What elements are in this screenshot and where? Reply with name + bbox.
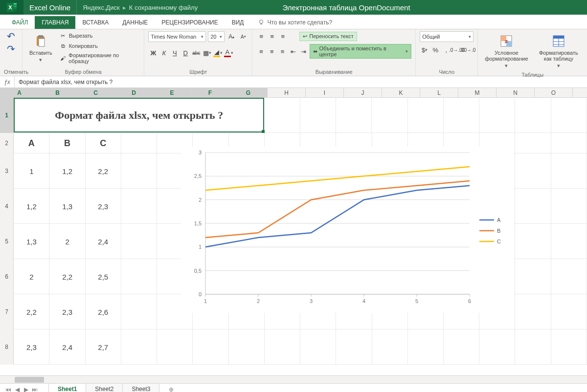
column-header-C[interactable]: C <box>77 88 115 97</box>
cell[interactable] <box>444 329 479 365</box>
column-header-H[interactable]: H <box>268 88 306 97</box>
column-header-D[interactable]: D <box>115 88 153 97</box>
cell[interactable] <box>265 329 300 365</box>
cell[interactable]: 2,2 <box>49 259 85 294</box>
cell[interactable] <box>193 329 228 365</box>
cell[interactable] <box>551 329 587 365</box>
cell[interactable]: 2 <box>14 259 49 294</box>
cell[interactable] <box>121 329 157 365</box>
cell[interactable]: 2,4 <box>49 329 85 365</box>
cell[interactable] <box>121 294 157 329</box>
conditional-formatting-button[interactable]: ≠ Условное форматирование▾ <box>482 31 531 71</box>
cell[interactable] <box>551 153 587 189</box>
cell[interactable] <box>479 98 515 133</box>
cell[interactable] <box>479 329 515 365</box>
cell[interactable] <box>336 329 372 365</box>
cell[interactable] <box>300 329 336 365</box>
cell[interactable]: 1,3 <box>14 224 49 259</box>
tab-insert[interactable]: ВСТАВКА <box>75 16 115 29</box>
double-underline-button[interactable]: D <box>181 48 190 58</box>
cell[interactable] <box>551 98 587 133</box>
column-header-J[interactable]: J <box>344 88 382 97</box>
fill-handle[interactable] <box>262 130 265 133</box>
row-header-2[interactable]: 2 <box>0 133 14 153</box>
column-header-F[interactable]: F <box>191 88 229 97</box>
row-header-8[interactable]: 8 <box>0 329 14 365</box>
cell[interactable]: 2,3 <box>14 329 49 365</box>
row-header-4[interactable]: 4 <box>0 189 14 224</box>
currency-button[interactable]: $▾ <box>420 45 429 55</box>
cell[interactable] <box>515 224 551 259</box>
align-top-button[interactable]: ≡ <box>256 31 266 41</box>
column-header-O[interactable]: O <box>535 88 573 97</box>
wrap-text-button[interactable]: ↩Переносить текст <box>299 32 357 41</box>
cell[interactable] <box>515 294 551 329</box>
format-as-table-button[interactable]: Форматировать как таблицу▾ <box>534 31 583 71</box>
merged-title-cell[interactable]: Формат файла xlsx, чем открыть ? <box>14 98 264 132</box>
sheet-nav-first[interactable]: ⏮ <box>4 386 13 392</box>
increase-indent-button[interactable]: ⇥ <box>299 46 309 56</box>
scroll-thumb[interactable] <box>15 377 44 383</box>
spreadsheet-grid[interactable]: ABCDEFGHIJKLMNOP 1Формат файла xlsx, чем… <box>0 88 587 375</box>
cell[interactable] <box>551 259 587 294</box>
align-left-button[interactable]: ≡ <box>256 46 266 56</box>
strikethrough-button[interactable]: abc <box>191 48 201 58</box>
cell[interactable] <box>121 153 157 189</box>
bold-button[interactable]: Ж <box>148 48 158 58</box>
cell[interactable]: B <box>49 133 85 153</box>
cell[interactable] <box>264 98 300 133</box>
tab-view[interactable]: ВИД <box>225 16 251 29</box>
sheet-tab-3[interactable]: Sheet3 <box>122 384 159 392</box>
percent-button[interactable]: % <box>430 45 440 55</box>
formula-input[interactable]: Формат файла xlsx, чем открыть ? <box>15 79 113 86</box>
cell[interactable] <box>408 98 444 133</box>
copy-button[interactable]: ⧉Копировать <box>58 42 140 50</box>
fill-color-button[interactable]: ◢▾ <box>213 48 223 58</box>
sheet-nav-prev[interactable]: ◀ <box>13 386 22 392</box>
shrink-font-button[interactable]: A▾ <box>238 32 248 42</box>
tab-home[interactable]: ГЛАВНАЯ <box>35 16 75 29</box>
cell[interactable]: 1,2 <box>14 189 49 224</box>
cell[interactable]: 2,6 <box>86 294 121 329</box>
cell[interactable] <box>121 189 157 224</box>
row-header-7[interactable]: 7 <box>0 294 14 329</box>
sheet-nav-next[interactable]: ▶ <box>22 386 30 392</box>
cell[interactable] <box>229 329 265 365</box>
tab-review[interactable]: РЕЦЕНЗИРОВАНИЕ <box>155 16 225 29</box>
decrease-indent-button[interactable]: ⇤ <box>288 46 298 56</box>
fx-icon[interactable]: ƒx <box>0 76 15 87</box>
cell[interactable]: 2,3 <box>86 189 121 224</box>
column-header-P[interactable]: P <box>573 88 587 97</box>
column-header-M[interactable]: M <box>458 88 497 97</box>
font-size-select[interactable]: 20▾ <box>208 31 225 42</box>
cell[interactable]: 2,2 <box>14 294 49 329</box>
row-header-6[interactable]: 6 <box>0 259 14 294</box>
undo-button[interactable]: ↶ <box>6 31 16 41</box>
column-header-I[interactable]: I <box>306 88 344 97</box>
crumb-root[interactable]: Яндекс.Диск <box>83 4 120 11</box>
cell[interactable]: A <box>14 133 49 153</box>
cell[interactable] <box>157 329 193 365</box>
cell[interactable]: 1,2 <box>49 153 85 189</box>
horizontal-scrollbar[interactable] <box>0 375 587 383</box>
column-header-L[interactable]: L <box>420 88 458 97</box>
sheet-tab-2[interactable]: Sheet2 <box>86 384 123 392</box>
cell[interactable] <box>336 98 372 133</box>
cell[interactable] <box>515 153 551 189</box>
cell[interactable]: 2 <box>49 224 85 259</box>
column-header-B[interactable]: B <box>39 88 77 97</box>
font-name-select[interactable]: Times New Roman▾ <box>148 31 206 42</box>
column-header-E[interactable]: E <box>153 88 191 97</box>
tab-data[interactable]: ДАННЫЕ <box>115 16 155 29</box>
cell[interactable]: 2,2 <box>86 153 121 189</box>
cell[interactable]: 1 <box>14 153 49 189</box>
cell[interactable] <box>515 189 551 224</box>
cell[interactable] <box>551 294 587 329</box>
format-painter-button[interactable]: 🖌Форматирование по образцу <box>58 52 140 65</box>
cut-button[interactable]: ✂Вырезать <box>58 31 140 40</box>
cell[interactable]: 2,5 <box>86 259 121 294</box>
row-header-5[interactable]: 5 <box>0 224 14 259</box>
merge-center-button[interactable]: ⬌Объединить и поместить в центре▾ <box>310 44 412 59</box>
tab-file[interactable]: ФАЙЛ <box>5 16 35 29</box>
column-header-K[interactable]: K <box>382 88 420 97</box>
